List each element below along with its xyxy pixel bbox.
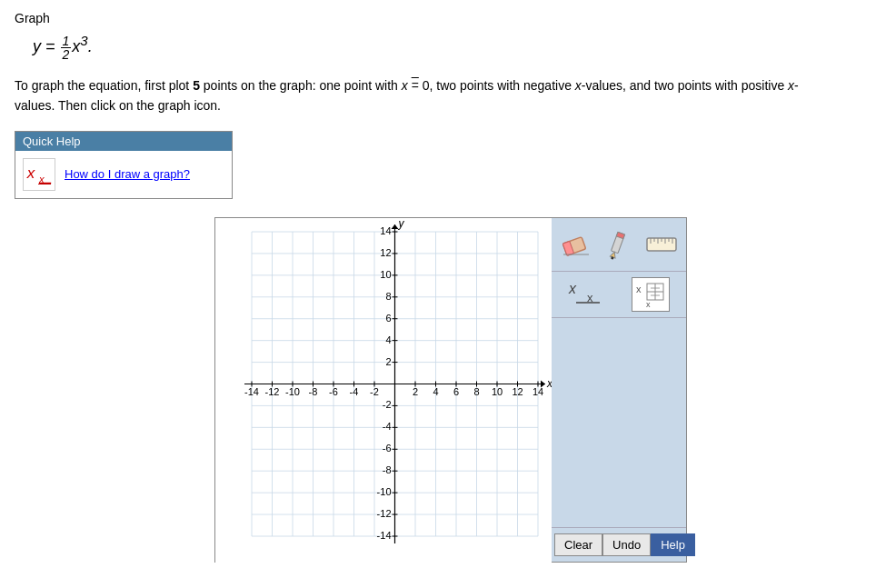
svg-text:x: x: [636, 284, 642, 294]
clear-button[interactable]: Clear: [554, 533, 602, 556]
graph-area: x x x x Clear Undo: [214, 217, 861, 563]
equation-lhs: y =: [33, 37, 55, 55]
eraser-tool[interactable]: [557, 225, 595, 264]
graph-panel[interactable]: [214, 217, 551, 563]
quick-help-header: Quick Help: [15, 132, 232, 151]
grid-tool[interactable]: x x: [632, 277, 670, 312]
quick-help-panel: Quick Help x x How do I draw a graph?: [15, 131, 233, 199]
svg-text:x: x: [646, 300, 651, 309]
svg-text:x: x: [568, 281, 577, 296]
point-tool[interactable]: x x: [567, 277, 605, 312]
quick-help-icon: x x: [23, 158, 55, 191]
ruler-tool[interactable]: [642, 225, 681, 264]
instructions-text: To graph the equation, first plot 5 poin…: [15, 75, 832, 116]
help-button[interactable]: Help: [651, 533, 695, 556]
quick-help-link[interactable]: How do I draw a graph?: [65, 167, 190, 181]
quick-help-body: x x How do I draw a graph?: [15, 151, 232, 198]
undo-button[interactable]: Undo: [602, 533, 651, 556]
pencil-tool[interactable]: [600, 225, 638, 264]
page-title: Graph: [15, 11, 861, 25]
svg-text:x: x: [26, 164, 35, 181]
tools-buttons: Clear Undo Help: [551, 527, 686, 562]
fraction-numerator: 1: [61, 35, 72, 48]
tools-panel: x x x x Clear Undo: [551, 217, 687, 563]
tools-icons-row: [551, 218, 686, 272]
fraction-denominator: 2: [61, 48, 72, 61]
tools-second-row: x x x x: [551, 272, 686, 318]
equation-display: y = 1 2 x3.: [33, 33, 861, 61]
fraction: 1 2: [61, 35, 72, 61]
equation-rhs: x3.: [72, 37, 92, 55]
svg-text:x: x: [38, 173, 45, 184]
svg-text:x: x: [587, 291, 593, 304]
